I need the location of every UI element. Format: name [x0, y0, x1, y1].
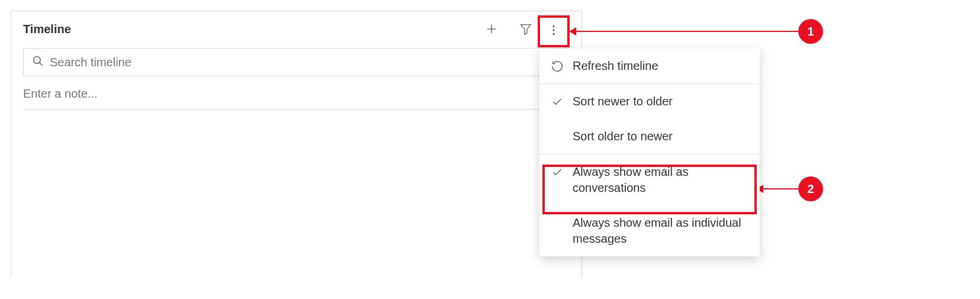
menu-item-label: Refresh timeline	[573, 58, 658, 74]
dropdown-section-email: Always show email as conversations Alway…	[539, 155, 760, 256]
search-icon	[32, 55, 44, 69]
note-box[interactable]	[23, 87, 570, 110]
dropdown-section-refresh: Refresh timeline	[539, 49, 760, 84]
svg-line-8	[40, 63, 43, 66]
menu-item-sort-older[interactable]: Sort older to newer	[539, 119, 760, 154]
plus-icon	[485, 22, 498, 36]
search-input[interactable]	[50, 56, 561, 69]
annotation-arrow-1	[570, 31, 801, 32]
svg-marker-2	[521, 25, 531, 34]
filter-button[interactable]	[516, 20, 535, 38]
filter-icon	[519, 22, 532, 36]
annotation-callout-2: 2	[798, 176, 823, 201]
menu-item-label: Always show email as individual messages	[573, 215, 749, 247]
dropdown-section-sort: Sort newer to older Sort older to newer	[539, 84, 760, 155]
empty-icon	[550, 216, 564, 230]
more-commands-highlight	[538, 15, 570, 47]
svg-point-9	[552, 25, 554, 27]
timeline-panel: Timeline	[11, 11, 582, 277]
annotation-callout-1: 1	[798, 19, 823, 44]
menu-item-refresh[interactable]: Refresh timeline	[539, 49, 760, 83]
refresh-icon	[550, 59, 564, 73]
more-commands-button[interactable]	[547, 24, 560, 39]
menu-item-sort-newer[interactable]: Sort newer to older	[539, 84, 760, 119]
menu-item-label: Sort newer to older	[573, 94, 673, 110]
more-vertical-icon	[547, 24, 560, 37]
svg-point-11	[552, 33, 554, 35]
more-commands-dropdown: Refresh timeline Sort newer to older Sor…	[539, 49, 760, 256]
search-box[interactable]	[23, 48, 570, 76]
menu-item-email-individual[interactable]: Always show email as individual messages	[539, 205, 760, 256]
add-button[interactable]	[482, 20, 501, 38]
checkmark-icon	[550, 165, 564, 179]
panel-title: Timeline	[23, 22, 71, 36]
annotation-arrow-2	[757, 188, 801, 189]
note-input[interactable]	[23, 87, 570, 101]
menu-item-label: Always show email as conversations	[573, 164, 749, 196]
menu-item-email-conversations[interactable]: Always show email as conversations	[539, 155, 760, 205]
menu-item-label: Sort older to newer	[573, 128, 673, 144]
svg-point-7	[34, 57, 41, 64]
svg-point-10	[552, 29, 554, 31]
checkmark-icon	[550, 95, 564, 109]
empty-icon	[550, 130, 564, 144]
panel-header: Timeline	[11, 11, 581, 43]
